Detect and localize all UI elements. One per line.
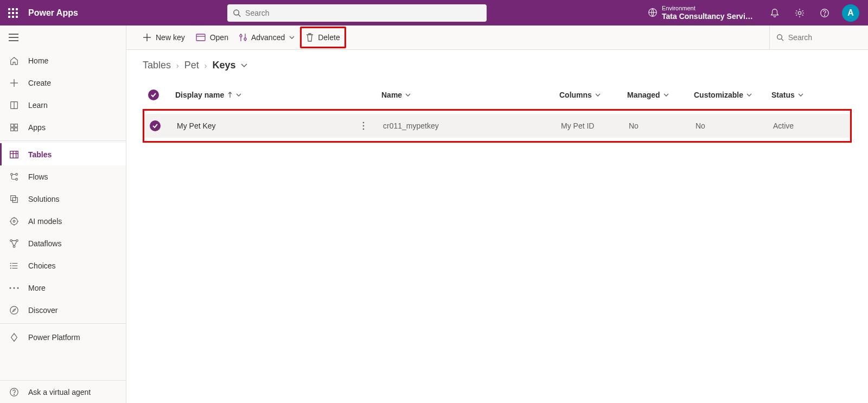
- chevron-down-icon: [236, 93, 241, 97]
- column-header-displayname[interactable]: Display name: [175, 91, 381, 99]
- help-button[interactable]: [813, 0, 837, 25]
- gear-icon: [795, 8, 805, 18]
- new-key-button[interactable]: New key: [137, 28, 190, 47]
- svg-point-43: [13, 245, 15, 247]
- svg-rect-0: [8, 8, 10, 10]
- chevron-down-icon: [405, 93, 411, 97]
- notifications-button[interactable]: [763, 0, 787, 25]
- main-area: New key Open Advanced Delete Tab: [126, 25, 868, 403]
- row-select[interactable]: [144, 120, 177, 131]
- svg-point-47: [10, 263, 11, 264]
- global-search[interactable]: [227, 4, 487, 22]
- avatar[interactable]: A: [842, 4, 859, 22]
- svg-point-14: [824, 15, 825, 15]
- more-icon: [9, 283, 20, 293]
- highlighted-row-container: My Pet Key cr011_mypetkey My Pet ID No N…: [143, 109, 852, 143]
- column-header-customizable[interactable]: Customizable: [694, 91, 771, 99]
- svg-rect-4: [12, 12, 14, 14]
- sidebar-item-label: Flows: [28, 172, 48, 181]
- app-launcher-icon[interactable]: [4, 4, 22, 22]
- sidebar-item-solutions[interactable]: Solutions: [0, 188, 126, 210]
- sidebar-item-label: Power Platform: [28, 333, 80, 342]
- svg-rect-24: [11, 127, 14, 130]
- svg-rect-25: [15, 127, 17, 130]
- svg-rect-34: [12, 197, 17, 202]
- sidebar-item-learn[interactable]: Learn: [0, 94, 126, 116]
- svg-point-55: [14, 394, 14, 394]
- sidebar-item-flows[interactable]: Flows: [0, 165, 126, 188]
- sidebar-item-tables[interactable]: Tables: [0, 143, 126, 165]
- svg-line-10: [238, 14, 240, 16]
- list-icon: [9, 260, 20, 271]
- cell-customizable: No: [695, 121, 773, 130]
- sidebar-item-apps[interactable]: Apps: [0, 116, 126, 138]
- table-search[interactable]: [769, 25, 868, 50]
- global-search-input[interactable]: [245, 9, 481, 17]
- cmd-label: Advanced: [251, 33, 285, 42]
- open-icon: [196, 34, 206, 41]
- row-more-button[interactable]: [357, 119, 370, 132]
- chevron-down-icon: [746, 93, 752, 97]
- sidebar-item-power-platform[interactable]: Power Platform: [0, 326, 126, 348]
- sidebar-item-label: Create: [28, 79, 51, 87]
- sort-up-icon: [227, 92, 233, 98]
- svg-point-41: [10, 239, 12, 241]
- select-all-header[interactable]: [143, 89, 175, 100]
- sidebar-item-label: Choices: [28, 261, 56, 270]
- svg-point-35: [11, 218, 18, 225]
- cell-name: cr011_mypetkey: [383, 121, 561, 130]
- sidebar-item-discover[interactable]: Discover: [0, 299, 126, 321]
- sidebar-item-choices[interactable]: Choices: [0, 254, 126, 277]
- column-header-columns[interactable]: Columns: [559, 91, 627, 99]
- svg-rect-22: [11, 124, 14, 126]
- column-header-status[interactable]: Status: [771, 91, 837, 99]
- svg-rect-2: [16, 8, 18, 10]
- ask-virtual-agent[interactable]: Ask a virtual agent: [0, 381, 126, 403]
- svg-point-63: [244, 38, 246, 40]
- svg-rect-3: [8, 12, 10, 14]
- breadcrumb-tables[interactable]: Tables: [143, 60, 171, 71]
- sidebar-item-dataflows[interactable]: Dataflows: [0, 232, 126, 254]
- sidebar-item-create[interactable]: Create: [0, 72, 126, 94]
- chat-icon: [9, 387, 20, 398]
- delete-button[interactable]: Delete: [300, 27, 346, 48]
- column-header-managed[interactable]: Managed: [627, 91, 694, 99]
- sidebar-item-label: AI models: [28, 217, 62, 226]
- svg-rect-58: [196, 34, 205, 41]
- sidebar-toggle[interactable]: [0, 25, 126, 49]
- sidebar-item-aimodels[interactable]: AI models: [0, 210, 126, 232]
- svg-point-51: [14, 287, 15, 289]
- sidebar-item-label: More: [28, 284, 46, 292]
- svg-point-31: [16, 178, 18, 180]
- svg-point-68: [363, 129, 365, 130]
- table-search-input[interactable]: [788, 33, 861, 42]
- sidebar-item-home[interactable]: Home: [0, 49, 126, 72]
- svg-point-53: [10, 306, 18, 314]
- column-header-name[interactable]: Name: [381, 91, 559, 99]
- sidebar-item-more[interactable]: More: [0, 277, 126, 299]
- open-button[interactable]: Open: [190, 28, 234, 47]
- chevron-down-icon[interactable]: [241, 63, 247, 68]
- settings-button[interactable]: [788, 0, 812, 25]
- help-icon: [820, 8, 829, 18]
- svg-rect-23: [15, 124, 17, 126]
- breadcrumb-pet[interactable]: Pet: [184, 60, 199, 71]
- svg-point-67: [363, 125, 365, 127]
- dataflow-icon: [9, 238, 20, 249]
- cell-managed: No: [629, 121, 695, 130]
- cell-status: Active: [773, 121, 838, 130]
- svg-point-42: [16, 239, 18, 241]
- advanced-button[interactable]: Advanced: [234, 28, 300, 47]
- environment-label: Environment: [662, 5, 754, 12]
- hamburger-icon: [9, 34, 18, 41]
- svg-rect-8: [16, 16, 18, 18]
- keys-table: Display name Name Columns Managed: [143, 83, 852, 143]
- svg-point-49: [10, 268, 11, 268]
- plus-icon: [143, 33, 151, 42]
- svg-rect-33: [11, 195, 16, 200]
- book-icon: [9, 100, 20, 111]
- environment-picker[interactable]: Environment Tata Consultancy Servic…: [640, 5, 762, 21]
- solutions-icon: [9, 194, 20, 204]
- table-row[interactable]: My Pet Key cr011_mypetkey My Pet ID No N…: [144, 114, 850, 138]
- sliders-icon: [239, 33, 247, 42]
